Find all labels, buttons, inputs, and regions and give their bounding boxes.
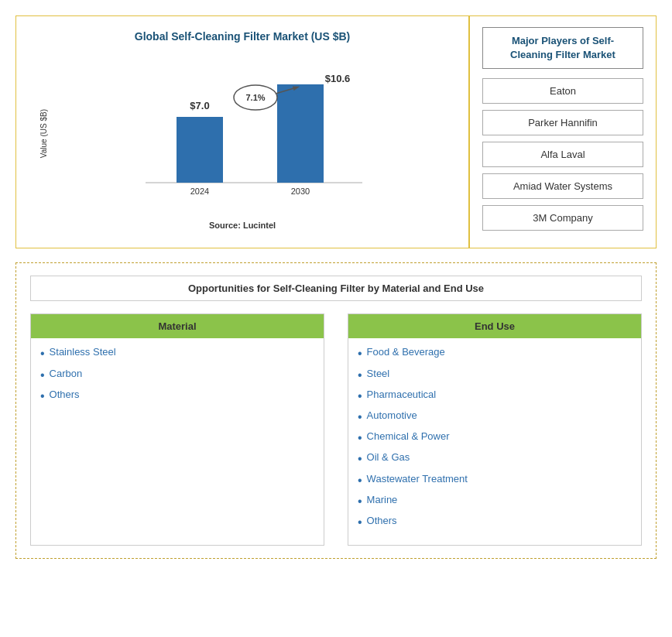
bar-chart-svg: $7.0 2024 $10.6 2030 7.1% [55,55,453,210]
annotation-text: 7.1% [245,93,265,102]
end-use-item-8: • Others [358,515,632,529]
bullet-icon: • [358,409,362,424]
material-items: • Stainless Steel • Carbon • Others [31,346,324,403]
bar-2030-label: $10.6 [325,73,351,84]
player-item-amiad: Amiad Water Systems [482,173,643,199]
bullet-icon: • [358,368,362,382]
end-use-item-1: • Steel [358,368,632,382]
bullet-icon: • [358,515,362,529]
material-item-2: • Others [40,389,314,403]
bullet-icon: • [358,494,362,509]
material-column: Material • Stainless Steel • Carbon • Ot… [30,313,324,546]
player-item-3m: 3M Company [482,205,643,231]
players-title: Major Players of Self-Cleaning Filter Ma… [482,27,643,69]
bar-2024-year: 2024 [190,187,209,196]
bottom-section: Opportunities for Self-Cleaning Filter b… [15,262,657,559]
end-use-item-3: • Automotive [358,409,632,424]
bullet-icon: • [40,346,45,361]
y-axis-label: Value (US $B) [39,109,48,158]
bar-2030 [277,84,324,183]
material-item-0: • Stainless Steel [40,346,314,361]
player-item-eaton: Eaton [482,78,643,104]
bullet-icon: • [358,473,362,488]
bullet-icon: • [358,389,362,403]
bar-2030-year: 2030 [291,187,310,196]
end-use-item-2: • Pharmaceutical [358,389,632,403]
end-use-item-7: • Marine [358,494,632,509]
material-item-1: • Carbon [40,368,314,382]
players-panel: Major Players of Self-Cleaning Filter Ma… [470,16,656,248]
chart-area: Global Self-Cleaning Filter Market (US $… [16,16,470,248]
bullet-icon: • [358,451,362,466]
bullet-icon: • [358,430,362,445]
bar-2024-label: $7.0 [190,100,209,111]
bullet-icon: • [40,389,45,403]
top-section: Global Self-Cleaning Filter Market (US $… [15,15,657,248]
end-use-column: End Use • Food & Beverage • Steel • Phar… [348,313,642,546]
bullet-icon: • [358,346,362,361]
bar-2024 [177,117,223,183]
chart-title: Global Self-Cleaning Filter Market (US $… [32,30,453,43]
end-use-item-0: • Food & Beverage [358,346,632,361]
bullet-icon: • [40,368,45,382]
columns-container: Material • Stainless Steel • Carbon • Ot… [30,313,642,546]
end-use-items: • Food & Beverage • Steel • Pharmaceutic… [348,346,641,529]
end-use-header: End Use [348,314,641,338]
bottom-title: Opportunities for Self-Cleaning Filter b… [30,276,642,301]
main-container: Global Self-Cleaning Filter Market (US $… [15,15,657,559]
end-use-item-5: • Oil & Gas [358,451,632,466]
source-text: Source: Lucintel [32,221,453,230]
end-use-item-6: • Wastewater Treatment [358,473,632,488]
material-header: Material [31,314,324,338]
player-item-alfa: Alfa Laval [482,142,643,167]
end-use-item-4: • Chemical & Power [358,430,632,445]
player-item-parker: Parker Hannifin [482,110,643,135]
